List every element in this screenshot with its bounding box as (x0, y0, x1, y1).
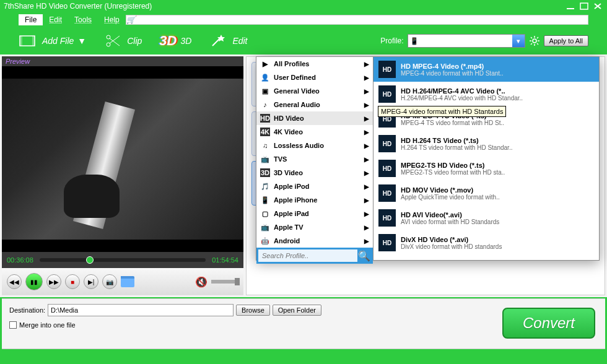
profile-option[interactable]: HDHD H.264/MPEG-4 AVC Video (*..H.264/MP… (373, 82, 599, 106)
prev-button[interactable]: ◀◀ (7, 274, 22, 289)
profile-label: Profile: (380, 37, 403, 45)
preview-video[interactable] (2, 66, 243, 252)
close-button[interactable] (592, 2, 603, 11)
profile-option[interactable]: HDMPEG2-TS HD Video (*.ts)MPEG2-TS video… (373, 156, 599, 181)
svg-line-19 (531, 43, 532, 45)
hd-icon: HD (378, 234, 396, 251)
profile-option[interactable]: HDDivX HD Video (*.avi)DivX video format… (373, 230, 599, 255)
gear-icon[interactable] (529, 35, 540, 46)
maximize-button[interactable] (579, 2, 590, 11)
category-icon: 🎵 (260, 182, 270, 191)
scissors-icon (103, 32, 123, 50)
pause-button[interactable]: ▮▮ (25, 273, 43, 290)
category-item[interactable]: ▣General Video▶ (256, 84, 373, 98)
svg-line-20 (537, 37, 538, 38)
category-label: Apple iPhone (274, 196, 317, 204)
app-title: 7thShare HD Video Converter (Unregistere… (4, 2, 152, 11)
next-button[interactable]: ▶▶ (46, 274, 61, 289)
category-item[interactable]: 📺TVS▶ (256, 152, 373, 166)
category-item[interactable]: 📺Apple TV▶ (256, 220, 373, 234)
timeline-thumb[interactable] (86, 256, 94, 264)
bottom-bar: Destination: Browse Open Folder Merge in… (2, 298, 605, 349)
category-item[interactable]: 📱Apple iPhone▶ (256, 193, 373, 207)
category-item[interactable]: 3D3D Video▶ (256, 166, 373, 180)
player-controls: ◀◀ ▮▮ ▶▶ ■ ▶| 📷 🔇 (2, 268, 243, 295)
time-total: 01:54:54 (212, 256, 238, 264)
search-icon[interactable]: 🔍 (357, 249, 371, 262)
edit-button[interactable]: Edit (209, 32, 247, 50)
destination-input[interactable] (48, 304, 234, 316)
category-item[interactable]: ▶All Profiles▶ (256, 57, 373, 71)
category-label: General Video (274, 87, 320, 95)
convert-button[interactable]: Convert (502, 308, 595, 339)
mute-icon[interactable]: 🔇 (195, 276, 207, 288)
profile-desc: Apple QuickTime video format with.. (401, 194, 500, 201)
open-folder-button[interactable]: Open Folder (273, 305, 321, 316)
hd-icon: HD (378, 209, 396, 227)
profile-search: 🔍 (256, 248, 373, 264)
profile-subitems: HDHD MPEG-4 Video (*.mp4)MPEG-4 video fo… (373, 56, 600, 261)
category-item[interactable]: 4K4K Video▶ (256, 125, 373, 139)
category-item[interactable]: HDHD Video▶ (256, 111, 373, 125)
menu-file[interactable]: File (19, 14, 43, 25)
category-item[interactable]: ♪General Audio▶ (256, 98, 373, 111)
menu-edit[interactable]: Edit (43, 14, 68, 25)
merge-checkbox[interactable] (9, 321, 17, 329)
3d-icon: 3D (159, 33, 177, 49)
step-button[interactable]: ▶| (84, 274, 98, 289)
svg-point-12 (533, 39, 536, 43)
category-label: User Defined (274, 74, 316, 81)
profile-select[interactable]: 📱 iPhone 5S/5C M4V Video(*.m4 ▾ (408, 34, 525, 48)
menu-tools[interactable]: Tools (68, 14, 98, 25)
clip-button[interactable]: Clip (103, 32, 142, 50)
chevron-right-icon: ▶ (364, 210, 369, 217)
menu-help[interactable]: Help (98, 14, 126, 25)
toolbar: Add File ▼ Clip 3D 3D Edit Profile: 📱 iP… (0, 27, 607, 54)
volume-slider[interactable] (211, 280, 238, 284)
hd-icon: HD (378, 61, 396, 78)
profile-option[interactable]: HDHD H.264 TS Video (*.ts)H.264 TS video… (373, 131, 599, 156)
browse-button[interactable]: Browse (236, 305, 270, 316)
minimize-button[interactable] (565, 2, 576, 11)
phone-icon: 📱 (408, 37, 421, 45)
buy-now-button[interactable]: 🛒 Buy Now (126, 15, 168, 24)
profile-option[interactable]: HDHD MOV Video (*.mov)Apple QuickTime vi… (373, 181, 599, 206)
snapshot-button[interactable]: 📷 (102, 274, 117, 289)
profile-option[interactable]: HDHD MPEG-4 Video (*.mp4)MPEG-4 video fo… (373, 57, 599, 82)
snapshot-folder-button[interactable] (121, 276, 134, 287)
chevron-down-icon[interactable]: ▾ (512, 35, 525, 47)
add-file-button[interactable]: Add File ▼ (19, 32, 86, 50)
svg-line-17 (531, 37, 532, 38)
category-label: Apple iPad (274, 210, 309, 217)
profile-option[interactable]: HDHD AVI Video(*.avi)AVI video format wi… (373, 206, 599, 230)
category-label: Apple iPod (274, 183, 309, 190)
category-icon: ▢ (260, 209, 270, 218)
register-button[interactable]: ✎ Register (185, 15, 221, 24)
timeline-track[interactable] (40, 258, 206, 262)
category-icon: 👤 (260, 73, 270, 82)
profile-title: HD H.264 TS Video (*.ts) (401, 137, 512, 144)
apply-to-all-button[interactable]: Apply to All (544, 35, 588, 46)
category-item[interactable]: ♫Lossless Audio▶ (256, 139, 373, 152)
search-input[interactable] (258, 249, 357, 262)
profile-desc: DivX video format with HD standards (401, 243, 502, 250)
category-item[interactable]: 🤖Android▶ (256, 234, 373, 248)
category-label: HD Video (274, 115, 304, 122)
category-label: 3D Video (274, 169, 303, 176)
category-icon: ▣ (260, 87, 270, 95)
chevron-right-icon: ▶ (364, 102, 369, 108)
profile-value: iPhone 5S/5C M4V Video(*.m4 (421, 37, 512, 45)
merge-label: Merge into one file (19, 321, 76, 329)
category-icon: 4K (260, 128, 270, 136)
category-item[interactable]: 👤User Defined▶ (256, 71, 373, 84)
category-item[interactable]: ▢Apple iPad▶ (256, 207, 373, 220)
3d-button[interactable]: 3D 3D (159, 33, 191, 49)
chevron-right-icon: ▶ (364, 74, 369, 81)
profile-categories: ▶All Profiles▶👤User Defined▶▣General Vid… (256, 56, 373, 261)
category-icon: 📺 (260, 155, 270, 163)
category-label: Apple TV (274, 223, 304, 231)
profile-title: DivX HD Video (*.avi) (401, 236, 502, 243)
profile-desc: MPEG2-TS video format with HD sta.. (401, 169, 505, 176)
stop-button[interactable]: ■ (65, 274, 80, 289)
category-item[interactable]: 🎵Apple iPod▶ (256, 180, 373, 193)
